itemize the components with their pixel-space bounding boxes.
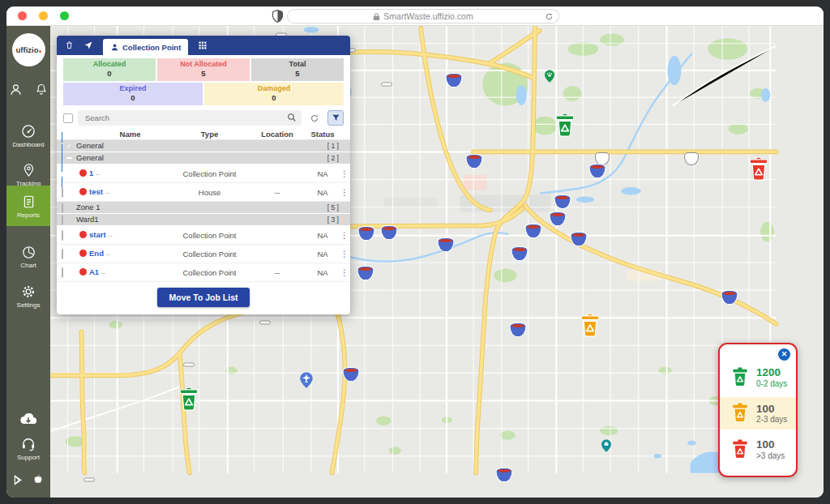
waste-bin-marker[interactable] (554, 113, 576, 142)
map-pin-icon (297, 371, 315, 389)
table-row[interactable]: Zone 1 ⋮ [ 5 ] (57, 202, 350, 214)
grid-tab-icon[interactable] (198, 41, 208, 50)
apple-icon[interactable] (32, 473, 44, 486)
map-pin-icon (543, 70, 557, 83)
tab-collection-point[interactable]: Collection Point (103, 39, 188, 55)
row-name-link[interactable]: General (76, 153, 104, 162)
close-window-button[interactable] (18, 11, 27, 20)
search-row (57, 107, 350, 129)
row-checkbox[interactable] (62, 187, 63, 198)
row-name-link[interactable]: test (89, 187, 103, 196)
row-type: Collection Point (171, 268, 248, 277)
legend-count: 1200 (756, 366, 787, 379)
minimize-window-button[interactable] (39, 11, 48, 20)
sidebar-item-dashboard[interactable]: Dashboard (6, 123, 50, 148)
row-name-link[interactable]: Ward1 (76, 215, 99, 224)
waste-bin-marker[interactable] (748, 157, 770, 186)
row-menu-kebab[interactable]: ⋮ (339, 231, 350, 240)
map-canvas[interactable]: Collection Point Allocated0 Not Allocate… (50, 26, 824, 498)
row-name-link[interactable]: A1 (89, 267, 99, 276)
address-bar[interactable]: SmartWaste.uffizio.com (287, 9, 559, 23)
table-row[interactable]: A1 -- Collection Point -- NA ⋮ (57, 263, 350, 282)
sidebar-label: Reports (6, 211, 50, 219)
row-name-link[interactable]: start (89, 230, 106, 239)
table-row[interactable]: test -- House -- NA ⋮ (57, 183, 350, 202)
sidebar-download-app[interactable] (6, 412, 50, 426)
sidebar-item-settings[interactable]: Settings (6, 284, 50, 309)
row-checkbox[interactable] (62, 215, 63, 225)
row-checkbox[interactable] (62, 230, 63, 241)
sidebar-item-reports[interactable]: Reports (6, 186, 50, 226)
maximize-window-button[interactable] (60, 11, 69, 20)
stat-not-allocated: Not Allocated5 (157, 58, 250, 81)
move-to-job-list-button[interactable]: Move To Job List (157, 288, 250, 307)
filter-funnel-icon (332, 113, 340, 122)
row-type: Collection Point (171, 231, 248, 240)
stat-allocated: Allocated0 (63, 58, 156, 81)
navigate-tab-icon[interactable] (83, 41, 93, 50)
filter-button[interactable] (327, 110, 344, 126)
bin-tab-icon[interactable] (65, 41, 74, 50)
row-status: NA (306, 169, 339, 178)
legend-count: 100 (756, 438, 785, 451)
user-icon[interactable] (9, 83, 23, 96)
url-text: SmartWaste.uffizio.com (383, 11, 473, 21)
search-input[interactable] (78, 110, 302, 126)
sidebar-label: Chart (6, 262, 50, 269)
row-name-link[interactable]: General (76, 141, 104, 150)
reload-icon[interactable] (545, 12, 554, 21)
row-status: NA (306, 250, 339, 258)
col-name: Name (89, 130, 171, 139)
table-row[interactable]: 1 -- Collection Point NA ⋮ (57, 164, 350, 183)
status-dot (79, 268, 87, 275)
row-name-link[interactable]: End (89, 249, 104, 258)
row-name-link[interactable]: Zone 1 (76, 203, 101, 211)
legend-count: 100 (756, 403, 787, 416)
row-menu-kebab[interactable]: ⋮ (339, 188, 350, 197)
stat-damaged: Damaged0 (204, 83, 344, 105)
legend-close-icon[interactable]: ✕ (778, 348, 790, 361)
row-menu-kebab[interactable]: ⋮ (339, 250, 350, 258)
table-row[interactable]: General ⋮ [ 1 ] (57, 140, 350, 152)
poi-pin[interactable] (297, 371, 315, 392)
uffizio-logo[interactable]: uffizio (12, 33, 45, 66)
status-dot (79, 169, 87, 177)
sidebar-item-tracking[interactable]: Tracking (6, 162, 50, 187)
gauge-icon (20, 123, 36, 139)
row-checkbox[interactable] (62, 249, 63, 259)
trash-bin-icon (178, 387, 200, 412)
collection-table: General ⋮ [ 1 ] General (57, 140, 350, 282)
select-all-checkbox[interactable] (63, 113, 73, 123)
table-row[interactable]: Ward1 ⋮ [ 3 ] (57, 214, 350, 226)
row-checkbox[interactable] (62, 160, 76, 187)
refresh-button[interactable] (306, 110, 323, 126)
sidebar-item-support[interactable]: Support (6, 436, 50, 461)
stat-total: Total5 (251, 58, 344, 81)
row-menu-kebab[interactable]: ⋮ (339, 268, 350, 277)
trash-bin-icon (554, 113, 576, 139)
map-pin-icon (600, 439, 614, 453)
waste-bin-marker[interactable] (178, 387, 200, 416)
play-store-icon[interactable] (13, 474, 24, 486)
row-checkbox[interactable] (62, 267, 63, 278)
search-icon[interactable] (287, 113, 297, 122)
app-sidebar: uffizio Dashboard Tracking (6, 26, 50, 498)
row-name-link[interactable]: 1 (89, 169, 93, 177)
sidebar-item-chart[interactable]: Chart (6, 245, 50, 269)
sidebar-label: Dashboard (6, 141, 50, 148)
browser-titlebar: SmartWaste.uffizio.com (6, 6, 824, 26)
stat-expired: Expired0 (63, 83, 203, 105)
row-status: NA (306, 188, 339, 197)
poi-pin[interactable] (543, 70, 557, 87)
row-menu-kebab[interactable]: ⋮ (339, 169, 350, 178)
table-row[interactable]: General ⋮ [ 2 ] (57, 152, 350, 164)
table-row[interactable]: End -- Collection Point NA ⋮ (57, 245, 350, 263)
waste-bin-marker[interactable] (580, 314, 601, 342)
table-row[interactable]: start -- Collection Point NA ⋮ (57, 226, 350, 245)
trash-bin-icon (731, 367, 749, 387)
browser-shield-icon[interactable] (272, 10, 284, 23)
bell-icon[interactable] (35, 83, 48, 96)
headset-icon (20, 436, 36, 452)
row-checkbox[interactable] (62, 203, 63, 213)
poi-pin[interactable] (600, 439, 614, 456)
